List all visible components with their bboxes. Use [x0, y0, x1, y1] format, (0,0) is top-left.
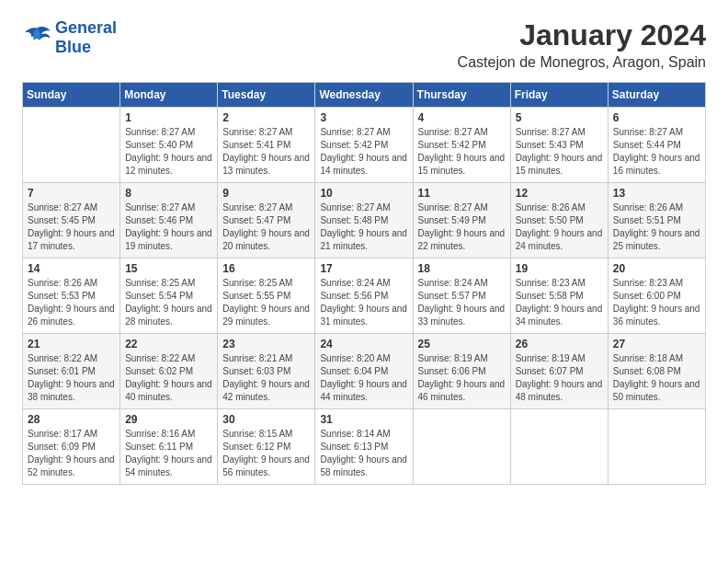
table-row: 22 Sunrise: 8:22 AMSunset: 6:02 PMDaylig…: [120, 334, 218, 409]
logo: General Blue: [22, 18, 117, 57]
day-number: 17: [320, 262, 407, 275]
day-number: 5: [516, 111, 603, 124]
day-info: Sunrise: 8:21 AMSunset: 6:03 PMDaylight:…: [222, 352, 310, 404]
day-info: Sunrise: 8:27 AMSunset: 5:40 PMDaylight:…: [125, 126, 212, 178]
day-number: 2: [222, 111, 310, 124]
day-info: Sunrise: 8:18 AMSunset: 6:08 PMDaylight:…: [613, 352, 700, 404]
day-number: 11: [418, 187, 506, 200]
calendar-week-2: 7 Sunrise: 8:27 AMSunset: 5:45 PMDayligh…: [23, 183, 706, 259]
day-number: 1: [125, 111, 212, 124]
day-info: Sunrise: 8:26 AMSunset: 5:50 PMDaylight:…: [516, 201, 603, 253]
day-number: 3: [320, 111, 407, 124]
day-number: 13: [613, 187, 700, 200]
table-row: 17 Sunrise: 8:24 AMSunset: 5:56 PMDaylig…: [315, 259, 413, 334]
logo-bird-icon: [22, 25, 51, 51]
day-info: Sunrise: 8:25 AMSunset: 5:55 PMDaylight:…: [222, 277, 310, 328]
table-row: 2 Sunrise: 8:27 AMSunset: 5:41 PMDayligh…: [218, 108, 315, 183]
table-row: 20 Sunrise: 8:23 AMSunset: 6:00 PMDaylig…: [608, 259, 705, 334]
day-info: Sunrise: 8:27 AMSunset: 5:48 PMDaylight:…: [320, 201, 407, 253]
day-info: Sunrise: 8:25 AMSunset: 5:54 PMDaylight:…: [125, 277, 212, 328]
table-row: [510, 409, 608, 485]
header: General Blue January 2024 Castejon de Mo…: [22, 18, 706, 71]
calendar-week-1: 1 Sunrise: 8:27 AMSunset: 5:40 PMDayligh…: [23, 108, 706, 183]
day-number: 24: [320, 338, 407, 350]
table-row: 25 Sunrise: 8:19 AMSunset: 6:06 PMDaylig…: [413, 334, 510, 409]
day-info: Sunrise: 8:27 AMSunset: 5:43 PMDaylight:…: [516, 126, 603, 178]
table-row: 28 Sunrise: 8:17 AMSunset: 6:09 PMDaylig…: [23, 409, 120, 485]
day-number: 10: [320, 187, 407, 200]
day-info: Sunrise: 8:24 AMSunset: 5:57 PMDaylight:…: [418, 277, 506, 328]
day-info: Sunrise: 8:22 AMSunset: 6:01 PMDaylight:…: [28, 352, 115, 404]
table-row: 8 Sunrise: 8:27 AMSunset: 5:46 PMDayligh…: [120, 183, 218, 259]
day-info: Sunrise: 8:27 AMSunset: 5:42 PMDaylight:…: [320, 126, 407, 178]
day-info: Sunrise: 8:27 AMSunset: 5:42 PMDaylight:…: [418, 126, 506, 178]
day-number: 30: [222, 413, 310, 426]
day-info: Sunrise: 8:26 AMSunset: 5:53 PMDaylight:…: [28, 277, 115, 328]
calendar-week-5: 28 Sunrise: 8:17 AMSunset: 6:09 PMDaylig…: [23, 409, 706, 485]
table-row: 30 Sunrise: 8:15 AMSunset: 6:12 PMDaylig…: [218, 409, 315, 485]
table-row: 27 Sunrise: 8:18 AMSunset: 6:08 PMDaylig…: [608, 334, 705, 409]
day-number: 29: [125, 413, 212, 426]
table-row: 16 Sunrise: 8:25 AMSunset: 5:55 PMDaylig…: [218, 259, 315, 334]
table-row: 19 Sunrise: 8:23 AMSunset: 5:58 PMDaylig…: [510, 259, 608, 334]
day-number: 26: [516, 338, 603, 350]
calendar-week-4: 21 Sunrise: 8:22 AMSunset: 6:01 PMDaylig…: [23, 334, 706, 409]
day-number: 31: [320, 413, 407, 426]
day-number: 21: [28, 338, 115, 350]
day-number: 14: [28, 262, 115, 275]
day-info: Sunrise: 8:23 AMSunset: 6:00 PMDaylight:…: [613, 277, 700, 328]
table-row: 18 Sunrise: 8:24 AMSunset: 5:57 PMDaylig…: [413, 259, 510, 334]
col-saturday: Saturday: [608, 83, 705, 108]
day-number: 15: [125, 262, 212, 275]
table-row: 12 Sunrise: 8:26 AMSunset: 5:50 PMDaylig…: [510, 183, 608, 259]
table-row: [608, 409, 705, 485]
day-info: Sunrise: 8:27 AMSunset: 5:44 PMDaylight:…: [613, 126, 700, 178]
day-number: 18: [418, 262, 506, 275]
header-row: Sunday Monday Tuesday Wednesday Thursday…: [23, 83, 706, 108]
day-number: 25: [418, 338, 506, 350]
table-row: 7 Sunrise: 8:27 AMSunset: 5:45 PMDayligh…: [23, 183, 120, 259]
col-wednesday: Wednesday: [315, 83, 413, 108]
table-row: [23, 108, 120, 183]
day-info: Sunrise: 8:20 AMSunset: 6:04 PMDaylight:…: [320, 352, 407, 404]
day-number: 12: [516, 187, 603, 200]
col-friday: Friday: [510, 83, 608, 108]
day-info: Sunrise: 8:17 AMSunset: 6:09 PMDaylight:…: [28, 428, 115, 479]
table-row: 21 Sunrise: 8:22 AMSunset: 6:01 PMDaylig…: [23, 334, 120, 409]
table-row: 3 Sunrise: 8:27 AMSunset: 5:42 PMDayligh…: [315, 108, 413, 183]
day-number: 6: [613, 111, 700, 124]
day-info: Sunrise: 8:16 AMSunset: 6:11 PMDaylight:…: [125, 428, 212, 479]
calendar-table: Sunday Monday Tuesday Wednesday Thursday…: [22, 82, 706, 485]
day-number: 16: [222, 262, 310, 275]
table-row: 31 Sunrise: 8:14 AMSunset: 6:13 PMDaylig…: [315, 409, 413, 485]
day-number: 8: [125, 187, 212, 200]
day-info: Sunrise: 8:14 AMSunset: 6:13 PMDaylight:…: [320, 428, 407, 479]
day-number: 23: [222, 338, 310, 350]
day-info: Sunrise: 8:15 AMSunset: 6:12 PMDaylight:…: [222, 428, 310, 479]
title-block: January 2024 Castejon de Monegros, Arago…: [458, 18, 706, 71]
calendar-week-3: 14 Sunrise: 8:26 AMSunset: 5:53 PMDaylig…: [23, 259, 706, 334]
location-title: Castejon de Monegros, Aragon, Spain: [458, 54, 706, 71]
table-row: 4 Sunrise: 8:27 AMSunset: 5:42 PMDayligh…: [413, 108, 510, 183]
table-row: 11 Sunrise: 8:27 AMSunset: 5:49 PMDaylig…: [413, 183, 510, 259]
day-info: Sunrise: 8:27 AMSunset: 5:49 PMDaylight:…: [418, 201, 506, 253]
logo-text: General Blue: [55, 18, 117, 57]
col-tuesday: Tuesday: [218, 83, 315, 108]
table-row: 15 Sunrise: 8:25 AMSunset: 5:54 PMDaylig…: [120, 259, 218, 334]
day-number: 4: [418, 111, 506, 124]
day-info: Sunrise: 8:23 AMSunset: 5:58 PMDaylight:…: [516, 277, 603, 328]
day-number: 28: [28, 413, 115, 426]
day-number: 9: [222, 187, 310, 200]
table-row: 13 Sunrise: 8:26 AMSunset: 5:51 PMDaylig…: [608, 183, 705, 259]
table-row: 24 Sunrise: 8:20 AMSunset: 6:04 PMDaylig…: [315, 334, 413, 409]
table-row: 9 Sunrise: 8:27 AMSunset: 5:47 PMDayligh…: [218, 183, 315, 259]
day-number: 7: [28, 187, 115, 200]
table-row: 23 Sunrise: 8:21 AMSunset: 6:03 PMDaylig…: [218, 334, 315, 409]
day-info: Sunrise: 8:27 AMSunset: 5:45 PMDaylight:…: [28, 201, 115, 253]
col-monday: Monday: [120, 83, 218, 108]
month-title: January 2024: [458, 18, 706, 52]
day-info: Sunrise: 8:24 AMSunset: 5:56 PMDaylight:…: [320, 277, 407, 328]
table-row: 29 Sunrise: 8:16 AMSunset: 6:11 PMDaylig…: [120, 409, 218, 485]
col-thursday: Thursday: [413, 83, 510, 108]
table-row: 14 Sunrise: 8:26 AMSunset: 5:53 PMDaylig…: [23, 259, 120, 334]
